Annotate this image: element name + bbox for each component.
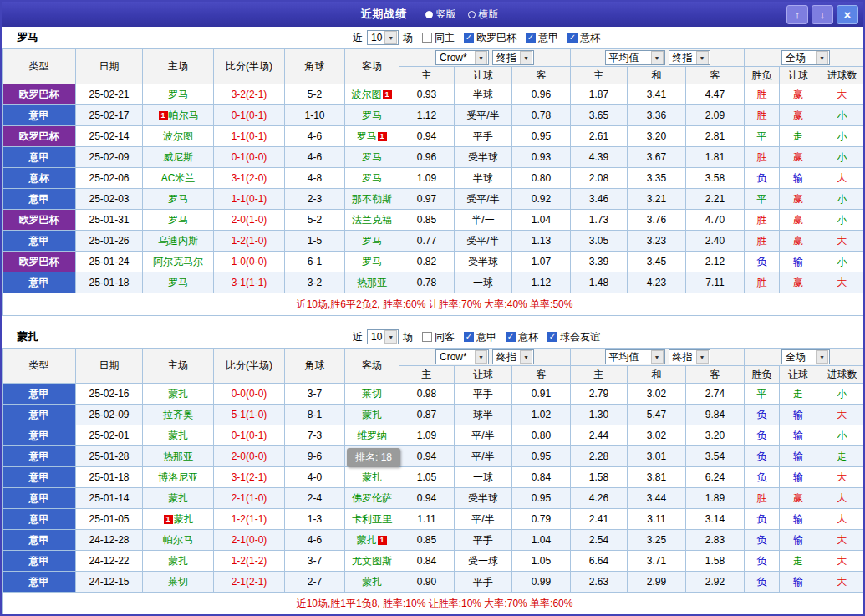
match-result-cell: 胜 — [745, 147, 780, 168]
home-team-link[interactable]: 蒙扎 — [168, 492, 188, 504]
select-value: 全场 — [786, 51, 806, 65]
filter-checkbox[interactable]: ✓意杯 — [506, 330, 538, 344]
home-team-link[interactable]: 莱切 — [168, 576, 188, 588]
away-cell: 蒙扎 — [345, 572, 399, 593]
close-button[interactable]: × — [837, 5, 858, 24]
away-team-link[interactable]: 蒙扎 — [362, 409, 382, 420]
stage-select-2[interactable]: 终指▾ — [669, 50, 710, 65]
filter-checkbox[interactable]: 同主 — [422, 31, 455, 45]
filter-checkbox[interactable]: ✓意甲 — [464, 330, 496, 344]
away-team-link[interactable]: 法兰克福 — [352, 214, 392, 226]
score-cell: 3-1(2-1) — [214, 467, 285, 488]
home-team-link[interactable]: 罗马 — [168, 193, 188, 205]
away-cell: 罗马 — [345, 105, 399, 126]
away-team-link[interactable]: 罗马 — [362, 235, 382, 247]
away-team-link[interactable]: 佛罗伦萨 — [352, 492, 392, 504]
home-team-link[interactable]: 波尔图 — [163, 130, 193, 142]
odds-cell: 1.05 — [512, 551, 571, 572]
goals-result-cell: 大 — [817, 231, 865, 252]
card-badge: 1 — [378, 132, 387, 141]
away-team-link[interactable]: 莱切 — [362, 388, 382, 400]
home-team-link[interactable]: 乌迪内斯 — [158, 235, 198, 247]
layout-radio-vertical[interactable]: 竖版 — [425, 8, 456, 22]
filter-checkbox[interactable]: 同客 — [422, 330, 455, 344]
away-team-link[interactable]: 卡利亚里 — [352, 513, 392, 525]
select-value: 10 — [371, 331, 382, 343]
filter-checkbox[interactable]: ✓欧罗巴杯 — [464, 31, 516, 45]
home-team-link[interactable]: 蒙扎 — [168, 388, 188, 400]
scope-select[interactable]: 全场▾ — [781, 349, 830, 364]
handicap-result-cell: 输 — [780, 425, 817, 446]
home-team-link[interactable]: 帕尔马 — [163, 534, 193, 546]
home-team-link[interactable]: 罗马 — [168, 277, 188, 288]
select-value: 终指 — [673, 51, 693, 65]
header-row: 类型日期主场比分(半场)角球客场Crow*▾终指▾平均值▾终指▾全场▾ — [3, 349, 865, 366]
column-header: 让球 — [780, 366, 817, 384]
away-team-link[interactable]: 罗马 — [362, 172, 382, 184]
away-team-link[interactable]: 那不勒斯 — [352, 193, 392, 205]
stage-select[interactable]: 终指▾ — [492, 349, 534, 364]
move-up-button[interactable]: ↑ — [786, 5, 808, 24]
odds-cell: 3.21 — [628, 189, 686, 210]
away-team-link[interactable]: 罗马 — [357, 130, 377, 142]
home-team-link[interactable]: 帕尔马 — [169, 109, 199, 121]
handicap-result-cell: 赢 — [780, 189, 817, 210]
column-header: 比分(半场) — [214, 49, 285, 84]
match-count-select[interactable]: 10▾ — [367, 30, 399, 45]
bookmaker-select[interactable]: Crow*▾ — [435, 349, 489, 364]
odds-cell: 受平/半 — [455, 189, 512, 210]
match-row: 意甲25-02-09拉齐奥5-1(1-0)8-1蒙扎0.87球半1.021.30… — [3, 405, 865, 425]
away-cell: 尤文图斯 — [345, 551, 399, 572]
match-result-cell: 胜 — [745, 105, 780, 126]
home-team-link[interactable]: 威尼斯 — [163, 151, 193, 163]
away-team-link[interactable]: 尤文图斯 — [352, 555, 392, 567]
odds-cell: 3.35 — [628, 168, 686, 189]
away-team-link[interactable]: 蒙扎 — [357, 534, 377, 546]
average-select[interactable]: 平均值▾ — [605, 50, 665, 65]
odds-cell: 1.12 — [399, 105, 455, 126]
odds-cell: 0.99 — [512, 572, 571, 593]
home-team-link[interactable]: 蒙扎 — [174, 513, 194, 525]
home-team-link[interactable]: 博洛尼亚 — [158, 471, 198, 483]
home-team-link[interactable]: AC米兰 — [161, 172, 196, 184]
stage-select-2[interactable]: 终指▾ — [669, 349, 710, 364]
home-team-link[interactable]: 阿尔克马尔 — [153, 256, 203, 267]
date-cell: 24-12-28 — [76, 530, 143, 551]
away-team-link[interactable]: 维罗纳 — [357, 430, 387, 441]
odds-cell: 0.82 — [399, 252, 455, 272]
filter-row: 罗马近10▾场同主✓欧罗巴杯✓意甲✓意杯 — [2, 27, 863, 48]
layout-radio-horizontal[interactable]: 横版 — [468, 8, 499, 22]
move-down-button[interactable]: ↓ — [812, 5, 833, 24]
average-select[interactable]: 平均值▾ — [605, 349, 665, 364]
match-count-select[interactable]: 10▾ — [367, 329, 399, 344]
match-row: 意甲24-12-22蒙扎1-2(1-2)3-7尤文图斯0.84受一球1.056.… — [3, 551, 865, 572]
bookmaker-select[interactable]: Crow*▾ — [435, 50, 489, 65]
match-row: 意甲25-02-09威尼斯0-1(0-0)4-6罗马0.96受半球0.934.3… — [3, 147, 865, 168]
home-team-link[interactable]: 热那亚 — [163, 451, 193, 462]
filter-checkbox[interactable]: ✓球会友谊 — [547, 330, 600, 344]
filter-checkbox[interactable]: ✓意甲 — [526, 31, 558, 45]
home-team-link[interactable]: 罗马 — [168, 214, 188, 226]
away-team-link[interactable]: 蒙扎 — [362, 576, 382, 588]
league-cell: 意甲 — [3, 105, 76, 126]
away-team-link[interactable]: 蒙扎 — [362, 471, 382, 483]
away-team-link[interactable]: 热那亚 — [357, 277, 387, 288]
match-row: 意甲25-02-03罗马1-1(0-1)2-3那不勒斯0.97受平/半0.923… — [3, 189, 865, 210]
home-team-link[interactable]: 蒙扎 — [168, 555, 188, 567]
filter-checkbox[interactable]: ✓意杯 — [567, 31, 600, 45]
home-team-link[interactable]: 蒙扎 — [168, 430, 188, 441]
dropdown-arrow-icon: ▾ — [696, 350, 709, 364]
card-badge: 1 — [383, 90, 392, 99]
home-team-link[interactable]: 拉齐奥 — [163, 409, 193, 420]
scope-select[interactable]: 全场▾ — [781, 50, 830, 65]
down-arrow-icon: ↓ — [820, 8, 826, 21]
scope-select-cell: 全场▾ — [745, 49, 865, 67]
odds-cell: 2.40 — [686, 231, 745, 252]
stage-select[interactable]: 终指▾ — [492, 50, 534, 65]
home-team-link[interactable]: 罗马 — [168, 89, 188, 100]
away-team-link[interactable]: 罗马 — [362, 256, 382, 267]
away-team-link[interactable]: 罗马 — [362, 109, 382, 121]
away-team-link[interactable]: 罗马 — [362, 151, 382, 163]
home-cell: 罗马 — [143, 272, 214, 293]
away-team-link[interactable]: 波尔图 — [352, 89, 382, 100]
